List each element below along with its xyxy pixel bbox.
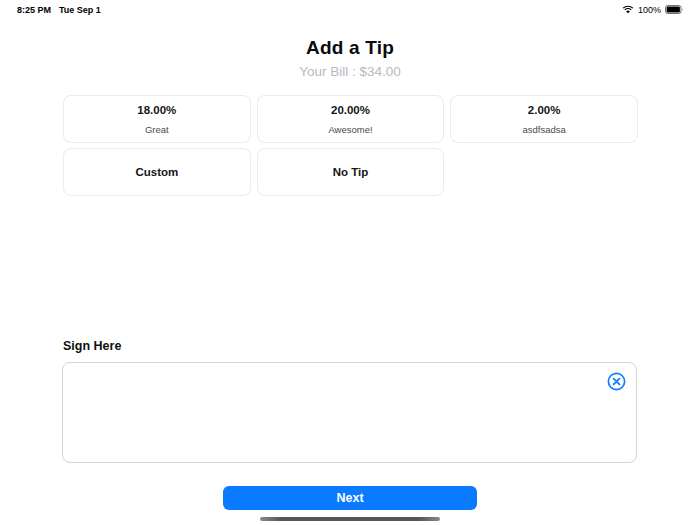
sign-here-label: Sign Here: [63, 339, 121, 353]
tip-percent-label: 2.00%: [528, 104, 561, 116]
tip-label: Custom: [135, 166, 178, 178]
tip-label: No Tip: [333, 166, 369, 178]
clear-signature-button[interactable]: [606, 371, 626, 391]
battery-percent: 100%: [638, 5, 661, 15]
bill-amount-label: Your Bill : $34.00: [0, 64, 700, 79]
tip-button-custom[interactable]: Custom: [63, 148, 251, 196]
battery-icon: [665, 5, 684, 14]
signature-pad[interactable]: [62, 362, 637, 463]
next-button[interactable]: Next: [223, 486, 477, 510]
tip-options-grid: 18.00% Great 20.00% Awesome! 2.00% asdfs…: [63, 95, 638, 196]
tip-percent-label: 18.00%: [137, 104, 176, 116]
tip-sublabel: Awesome!: [328, 124, 372, 135]
tip-button-18-percent[interactable]: 18.00% Great: [63, 95, 251, 143]
status-date: Tue Sep 1: [59, 5, 101, 15]
page-title: Add a Tip: [0, 37, 700, 59]
tip-button-20-percent[interactable]: 20.00% Awesome!: [257, 95, 445, 143]
tip-sublabel: Great: [145, 124, 169, 135]
home-indicator[interactable]: [260, 517, 440, 521]
tip-percent-label: 20.00%: [331, 104, 370, 116]
tip-sublabel: asdfsadsa: [523, 124, 566, 135]
wifi-icon: [622, 5, 634, 14]
status-bar: 8:25 PM Tue Sep 1 100%: [0, 0, 700, 17]
x-circle-icon: [607, 372, 626, 391]
status-time: 8:25 PM: [17, 5, 51, 15]
tip-button-no-tip[interactable]: No Tip: [257, 148, 445, 196]
tip-button-2-percent[interactable]: 2.00% asdfsadsa: [450, 95, 638, 143]
